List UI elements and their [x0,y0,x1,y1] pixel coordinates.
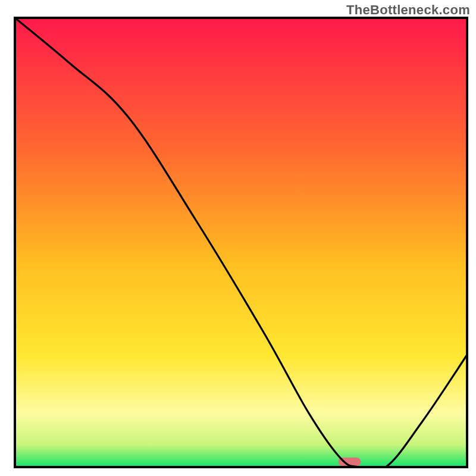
gradient-background [15,18,467,467]
chart-svg [0,0,476,476]
watermark-text: TheBottleneck.com [346,2,470,18]
chart-stage: TheBottleneck.com [0,0,476,476]
